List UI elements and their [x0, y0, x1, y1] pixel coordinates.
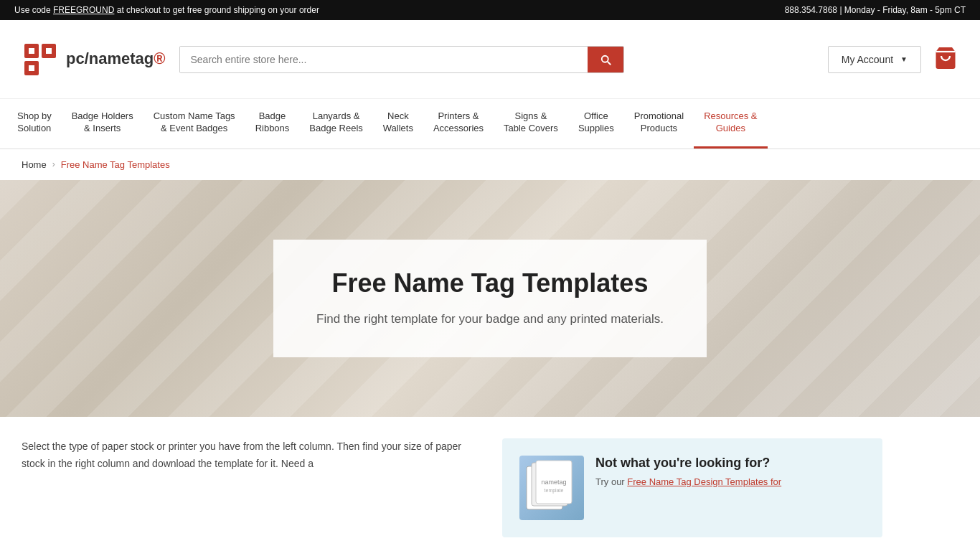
contact-info: 888.354.7868 | Monday - Friday, 8am - 5p… — [785, 5, 966, 15]
nav-item-lanyards: Lanyards &Badge Reels — [299, 99, 372, 149]
nav-item-badge-ribbons: BadgeRibbons — [245, 99, 300, 149]
hero-subtitle: Find the right template for your badge a… — [316, 310, 664, 329]
nav-link-badge-ribbons[interactable]: BadgeRibbons — [245, 99, 300, 146]
svg-rect-3 — [29, 48, 34, 54]
svg-text:template: template — [545, 488, 564, 494]
chevron-down-icon: ▼ — [900, 55, 908, 63]
hero-title: Free Name Tag Templates — [316, 268, 664, 298]
nav-item-custom-name-tags: Custom Name Tags& Event Badges — [143, 99, 245, 149]
svg-rect-4 — [46, 48, 52, 54]
nav-link-neck-wallets[interactable]: NeckWallets — [373, 99, 423, 146]
search-input[interactable] — [180, 47, 588, 72]
nav-link-resources[interactable]: Resources &Guides — [694, 99, 767, 149]
content-right-link[interactable]: Free Name Tag Design Templates for — [627, 476, 781, 487]
main-nav: Shop bySolution Badge Holders& Inserts C… — [0, 99, 980, 149]
svg-text:nametag: nametag — [541, 479, 566, 486]
nav-item-promotional: PromotionalProducts — [624, 99, 694, 149]
nav-link-signs[interactable]: Signs &Table Covers — [494, 99, 568, 146]
cart-button[interactable] — [933, 45, 958, 73]
search-button[interactable] — [588, 47, 623, 72]
nav-link-shop-by-solution[interactable]: Shop bySolution — [7, 99, 62, 146]
header-right: My Account ▼ — [828, 45, 958, 73]
nav-item-shop-by-solution: Shop bySolution — [7, 99, 62, 149]
breadcrumb-home[interactable]: Home — [22, 159, 47, 170]
nav-link-office[interactable]: OfficeSupplies — [568, 99, 624, 146]
my-account-button[interactable]: My Account ▼ — [828, 46, 921, 73]
cart-icon — [933, 45, 958, 71]
hero-overlay: Free Name Tag Templates Find the right t… — [273, 240, 707, 357]
promo-text: Use code — [14, 5, 53, 15]
nav-item-office: OfficeSupplies — [568, 99, 624, 149]
promo-code[interactable]: FREEGROUND — [53, 5, 114, 15]
search-icon — [599, 53, 612, 66]
content-left-text: Select the type of paper stock or printe… — [22, 438, 481, 473]
breadcrumb-current: Free Name Tag Templates — [61, 159, 170, 170]
content-right-text: Not what you're looking for? Try our Fre… — [595, 456, 781, 487]
content-left: Select the type of paper stock or printe… — [22, 438, 481, 537]
my-account-label: My Account — [842, 54, 893, 65]
nav-item-printers: Printers &Accessories — [423, 99, 494, 149]
content-right-heading: Not what you're looking for? — [595, 456, 781, 471]
top-banner: Use code FREEGROUND at checkout to get f… — [0, 0, 980, 20]
promo-message: Use code FREEGROUND at checkout to get f… — [14, 5, 319, 15]
header: pc/nametag® My Account ▼ — [0, 20, 980, 99]
nav-link-lanyards[interactable]: Lanyards &Badge Reels — [299, 99, 372, 146]
logo-icon — [22, 41, 59, 78]
nav-item-neck-wallets: NeckWallets — [373, 99, 423, 149]
nav-link-badge-holders[interactable]: Badge Holders& Inserts — [62, 99, 143, 146]
breadcrumb-separator: › — [52, 159, 55, 169]
nav-link-printers[interactable]: Printers &Accessories — [423, 99, 494, 146]
nav-link-custom-name-tags[interactable]: Custom Name Tags& Event Badges — [143, 99, 245, 146]
nav-list: Shop bySolution Badge Holders& Inserts C… — [0, 99, 980, 149]
content-right-body: Try our Free Name Tag Design Templates f… — [595, 476, 781, 487]
hero-section: Free Name Tag Templates Find the right t… — [0, 180, 980, 417]
product-image-icon: nametag template — [523, 459, 580, 517]
logo-text: pc/nametag® — [66, 50, 165, 67]
nav-item-signs: Signs &Table Covers — [494, 99, 568, 149]
nav-item-badge-holders: Badge Holders& Inserts — [62, 99, 143, 149]
nav-link-promotional[interactable]: PromotionalProducts — [624, 99, 694, 146]
promo-suffix: at checkout to get free ground shipping … — [114, 5, 319, 15]
nav-item-resources: Resources &Guides — [694, 99, 767, 149]
content-section: Select the type of paper stock or printe… — [0, 417, 980, 537]
content-right-body-prefix: Try our — [595, 476, 627, 487]
content-right-image: nametag template — [519, 456, 584, 520]
breadcrumb: Home › Free Name Tag Templates — [0, 149, 980, 180]
content-right-card: nametag template Not what you're looking… — [502, 438, 882, 537]
search-bar — [179, 46, 624, 73]
logo[interactable]: pc/nametag® — [22, 41, 165, 78]
svg-rect-5 — [29, 65, 34, 71]
